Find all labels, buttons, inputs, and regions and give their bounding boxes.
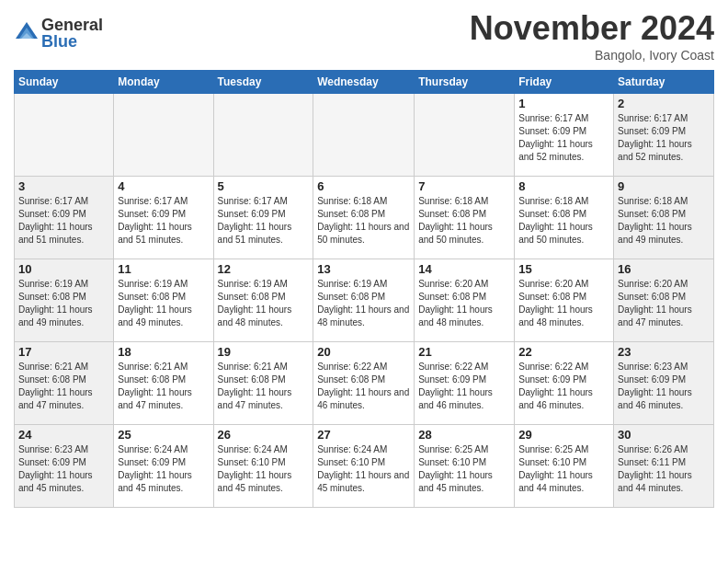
calendar-week-row: 10Sunrise: 6:19 AM Sunset: 6:08 PM Dayli…: [15, 259, 714, 342]
weekday-header: Wednesday: [313, 71, 415, 94]
calendar-cell: 20Sunrise: 6:22 AM Sunset: 6:08 PM Dayli…: [313, 342, 415, 425]
calendar-cell: 2Sunrise: 6:17 AM Sunset: 6:09 PM Daylig…: [614, 94, 714, 177]
location: Bangolo, Ivory Coast: [470, 48, 714, 63]
logo-blue-text: Blue: [41, 33, 103, 50]
calendar-cell: [213, 94, 313, 177]
day-info: Sunrise: 6:25 AM Sunset: 6:10 PM Dayligh…: [518, 443, 609, 495]
calendar-cell: 30Sunrise: 6:26 AM Sunset: 6:11 PM Dayli…: [614, 425, 714, 508]
day-info: Sunrise: 6:17 AM Sunset: 6:09 PM Dayligh…: [18, 195, 109, 247]
logo-general-text: General: [41, 17, 103, 33]
day-info: Sunrise: 6:24 AM Sunset: 6:10 PM Dayligh…: [218, 443, 310, 495]
day-info: Sunrise: 6:23 AM Sunset: 6:09 PM Dayligh…: [618, 361, 710, 412]
day-number: 3: [18, 179, 109, 193]
day-number: 15: [518, 262, 609, 276]
day-info: Sunrise: 6:20 AM Sunset: 6:08 PM Dayligh…: [418, 278, 510, 329]
calendar-cell: 15Sunrise: 6:20 AM Sunset: 6:08 PM Dayli…: [515, 259, 614, 342]
logo-text: General Blue: [41, 17, 103, 50]
day-info: Sunrise: 6:22 AM Sunset: 6:09 PM Dayligh…: [418, 361, 510, 412]
calendar-cell: 6Sunrise: 6:18 AM Sunset: 6:08 PM Daylig…: [313, 177, 415, 259]
day-info: Sunrise: 6:24 AM Sunset: 6:10 PM Dayligh…: [317, 443, 410, 495]
weekday-header: Tuesday: [213, 71, 313, 94]
day-number: 20: [317, 345, 410, 359]
day-number: 25: [118, 428, 209, 442]
calendar-cell: 22Sunrise: 6:22 AM Sunset: 6:09 PM Dayli…: [515, 342, 614, 425]
weekday-header: Saturday: [614, 71, 714, 94]
calendar-cell: 24Sunrise: 6:23 AM Sunset: 6:09 PM Dayli…: [15, 425, 114, 508]
calendar-cell: 14Sunrise: 6:20 AM Sunset: 6:08 PM Dayli…: [415, 259, 515, 342]
day-info: Sunrise: 6:20 AM Sunset: 6:08 PM Dayligh…: [518, 278, 609, 329]
day-info: Sunrise: 6:19 AM Sunset: 6:08 PM Dayligh…: [218, 278, 310, 329]
calendar-week-row: 1Sunrise: 6:17 AM Sunset: 6:09 PM Daylig…: [15, 94, 714, 177]
calendar-cell: 4Sunrise: 6:17 AM Sunset: 6:09 PM Daylig…: [114, 177, 213, 259]
title-area: November 2024 Bangolo, Ivory Coast: [470, 9, 714, 63]
calendar-cell: 27Sunrise: 6:24 AM Sunset: 6:10 PM Dayli…: [313, 425, 415, 508]
day-number: 30: [618, 428, 710, 442]
day-info: Sunrise: 6:26 AM Sunset: 6:11 PM Dayligh…: [618, 443, 710, 495]
calendar-cell: 3Sunrise: 6:17 AM Sunset: 6:09 PM Daylig…: [15, 177, 114, 259]
day-info: Sunrise: 6:24 AM Sunset: 6:09 PM Dayligh…: [118, 443, 209, 495]
day-info: Sunrise: 6:21 AM Sunset: 6:08 PM Dayligh…: [18, 361, 109, 412]
day-number: 9: [618, 179, 710, 193]
day-number: 11: [118, 262, 209, 276]
day-number: 22: [518, 345, 609, 359]
calendar-week-row: 3Sunrise: 6:17 AM Sunset: 6:09 PM Daylig…: [15, 177, 714, 259]
calendar-cell: 29Sunrise: 6:25 AM Sunset: 6:10 PM Dayli…: [515, 425, 614, 508]
day-info: Sunrise: 6:22 AM Sunset: 6:09 PM Dayligh…: [518, 361, 609, 412]
day-number: 1: [518, 97, 609, 110]
day-info: Sunrise: 6:25 AM Sunset: 6:10 PM Dayligh…: [418, 443, 510, 495]
calendar-cell: 26Sunrise: 6:24 AM Sunset: 6:10 PM Dayli…: [213, 425, 313, 508]
logo-icon: [14, 20, 40, 46]
calendar-cell: 19Sunrise: 6:21 AM Sunset: 6:08 PM Dayli…: [213, 342, 313, 425]
day-info: Sunrise: 6:20 AM Sunset: 6:08 PM Dayligh…: [618, 278, 710, 329]
day-info: Sunrise: 6:21 AM Sunset: 6:08 PM Dayligh…: [118, 361, 209, 412]
calendar-cell: 12Sunrise: 6:19 AM Sunset: 6:08 PM Dayli…: [213, 259, 313, 342]
day-number: 14: [418, 262, 510, 276]
day-number: 10: [18, 262, 109, 276]
calendar-cell: 5Sunrise: 6:17 AM Sunset: 6:09 PM Daylig…: [213, 177, 313, 259]
month-title: November 2024: [470, 9, 714, 48]
calendar-cell: 21Sunrise: 6:22 AM Sunset: 6:09 PM Dayli…: [415, 342, 515, 425]
calendar-header-row: SundayMondayTuesdayWednesdayThursdayFrid…: [15, 71, 714, 94]
calendar-cell: 25Sunrise: 6:24 AM Sunset: 6:09 PM Dayli…: [114, 425, 213, 508]
day-number: 28: [418, 428, 510, 442]
calendar-cell: 1Sunrise: 6:17 AM Sunset: 6:09 PM Daylig…: [515, 94, 614, 177]
calendar-week-row: 17Sunrise: 6:21 AM Sunset: 6:08 PM Dayli…: [15, 342, 714, 425]
day-info: Sunrise: 6:18 AM Sunset: 6:08 PM Dayligh…: [317, 195, 410, 247]
day-info: Sunrise: 6:19 AM Sunset: 6:08 PM Dayligh…: [18, 278, 109, 329]
calendar-cell: 8Sunrise: 6:18 AM Sunset: 6:08 PM Daylig…: [515, 177, 614, 259]
day-number: 8: [518, 179, 609, 193]
calendar-cell: 13Sunrise: 6:19 AM Sunset: 6:08 PM Dayli…: [313, 259, 415, 342]
page-header: General Blue November 2024 Bangolo, Ivor…: [14, 9, 714, 63]
day-info: Sunrise: 6:18 AM Sunset: 6:08 PM Dayligh…: [518, 195, 609, 247]
day-info: Sunrise: 6:22 AM Sunset: 6:08 PM Dayligh…: [317, 361, 410, 412]
day-number: 5: [218, 179, 310, 193]
day-info: Sunrise: 6:18 AM Sunset: 6:08 PM Dayligh…: [418, 195, 510, 247]
day-number: 2: [618, 97, 710, 110]
calendar-cell: [114, 94, 213, 177]
day-number: 24: [18, 428, 109, 442]
weekday-header: Friday: [515, 71, 614, 94]
calendar-cell: 17Sunrise: 6:21 AM Sunset: 6:08 PM Dayli…: [15, 342, 114, 425]
day-number: 29: [518, 428, 609, 442]
calendar-cell: 16Sunrise: 6:20 AM Sunset: 6:08 PM Dayli…: [614, 259, 714, 342]
day-number: 18: [118, 345, 209, 359]
day-number: 17: [18, 345, 109, 359]
day-info: Sunrise: 6:17 AM Sunset: 6:09 PM Dayligh…: [518, 112, 609, 164]
day-info: Sunrise: 6:19 AM Sunset: 6:08 PM Dayligh…: [317, 278, 410, 329]
calendar-cell: [313, 94, 415, 177]
calendar-cell: 10Sunrise: 6:19 AM Sunset: 6:08 PM Dayli…: [15, 259, 114, 342]
calendar-cell: 23Sunrise: 6:23 AM Sunset: 6:09 PM Dayli…: [614, 342, 714, 425]
logo: General Blue: [14, 17, 103, 50]
calendar-cell: 11Sunrise: 6:19 AM Sunset: 6:08 PM Dayli…: [114, 259, 213, 342]
calendar-cell: [15, 94, 114, 177]
calendar-week-row: 24Sunrise: 6:23 AM Sunset: 6:09 PM Dayli…: [15, 425, 714, 508]
calendar-cell: 28Sunrise: 6:25 AM Sunset: 6:10 PM Dayli…: [415, 425, 515, 508]
day-info: Sunrise: 6:17 AM Sunset: 6:09 PM Dayligh…: [618, 112, 710, 164]
day-number: 26: [218, 428, 310, 442]
day-number: 16: [618, 262, 710, 276]
day-info: Sunrise: 6:17 AM Sunset: 6:09 PM Dayligh…: [118, 195, 209, 247]
day-info: Sunrise: 6:19 AM Sunset: 6:08 PM Dayligh…: [118, 278, 209, 329]
weekday-header: Sunday: [15, 71, 114, 94]
weekday-header: Thursday: [415, 71, 515, 94]
calendar-table: SundayMondayTuesdayWednesdayThursdayFrid…: [14, 70, 714, 508]
